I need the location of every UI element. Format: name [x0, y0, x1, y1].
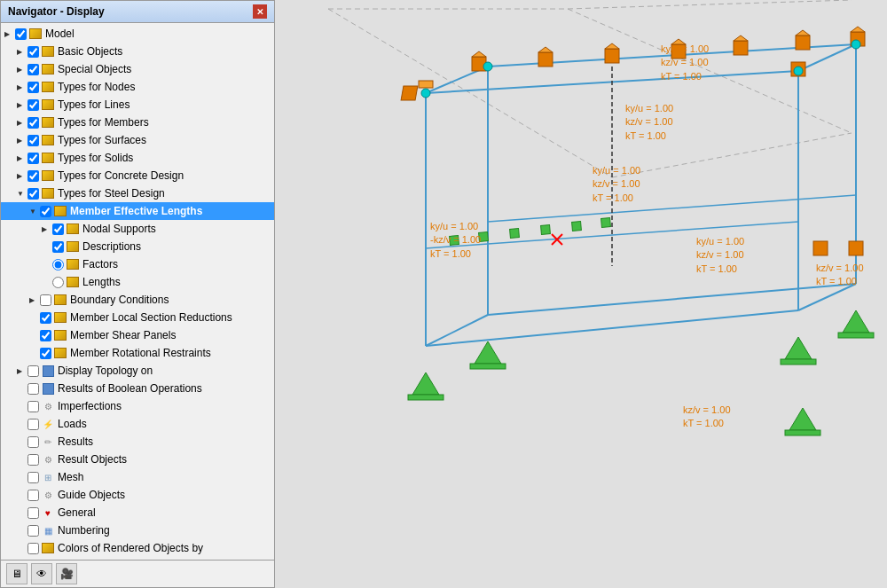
tree-expander-types-for-concrete-design[interactable]: ▶ [17, 172, 27, 180]
tree-expander-types-for-steel-design[interactable]: ▼ [17, 190, 27, 198]
tree-item-descriptions[interactable]: Descriptions [1, 238, 274, 255]
tree-label-types-for-surfaces: Types for Surfaces [58, 134, 146, 146]
tree-checkbox-model[interactable] [15, 28, 27, 40]
tree-icon-results: ✏ [41, 435, 55, 449]
tree-label-types-for-nodes: Types for Nodes [58, 81, 135, 93]
tree-checkbox-types-for-lines[interactable] [27, 99, 39, 111]
tree-icon-types-for-steel-design [41, 186, 55, 200]
tree-checkbox-display-topology-on[interactable] [27, 365, 39, 377]
tree-item-member-local-section-reductions[interactable]: Member Local Section Reductions [1, 309, 274, 326]
tree-label-descriptions: Descriptions [82, 240, 141, 253]
tree-expander-member-effective-lengths[interactable]: ▼ [29, 208, 40, 216]
tree-checkbox-guide-objects[interactable] [27, 490, 39, 501]
tree-item-imperfections[interactable]: ⚙Imperfections [1, 397, 274, 415]
tree-checkbox-types-for-members[interactable] [27, 117, 39, 129]
tree-label-guide-objects: Guide Objects [58, 489, 125, 501]
tree-item-lengths[interactable]: Lengths [1, 273, 274, 291]
tree-item-member-rotational-restraints[interactable]: Member Rotational Restraints [1, 344, 274, 362]
toolbar-monitor-btn[interactable]: 🖥 [6, 563, 27, 584]
tree-icon-types-for-surfaces [41, 133, 55, 147]
tree-checkbox-types-for-solids[interactable] [27, 153, 39, 164]
tree-expander-types-for-members[interactable]: ▶ [17, 119, 27, 127]
tree-item-loads[interactable]: ⚡Loads [1, 415, 274, 433]
tree-checkbox-results[interactable] [27, 436, 39, 448]
tree-item-types-for-nodes[interactable]: ▶Types for Nodes [1, 78, 274, 96]
tree-checkbox-nodal-supports[interactable] [52, 223, 64, 235]
tree-item-basic-objects[interactable]: ▶Basic Objects [1, 43, 274, 60]
tree-checkbox-boundary-conditions[interactable] [40, 294, 51, 306]
tree-icon-types-for-concrete-design [41, 169, 55, 183]
tree-radio-factors[interactable] [52, 259, 64, 270]
toolbar-camera-btn[interactable]: 🎥 [56, 563, 77, 584]
tree-item-results[interactable]: ✏Results [1, 433, 274, 451]
tree-item-colors-of-rendered-objects[interactable]: Colors of Rendered Objects by [1, 539, 274, 557]
tree-item-member-effective-lengths[interactable]: ▼Member Effective Lengths [1, 202, 274, 220]
tree-checkbox-types-for-steel-design[interactable] [27, 188, 39, 200]
tree-icon-nodal-supports [66, 222, 80, 236]
tree-checkbox-imperfections[interactable] [27, 401, 39, 412]
tree-checkbox-types-for-concrete-design[interactable] [27, 170, 39, 182]
tree-checkbox-result-objects[interactable] [27, 454, 39, 466]
tree-item-types-for-steel-design[interactable]: ▼Types for Steel Design [1, 184, 274, 202]
tree-item-member-shear-panels[interactable]: Member Shear Panels [1, 326, 274, 344]
tree-item-factors[interactable]: Factors [1, 255, 274, 273]
tree-expander-nodal-supports[interactable]: ▶ [42, 225, 52, 233]
panel-title: Navigator - Display [8, 5, 105, 18]
tree-item-display-topology-on[interactable]: ▶Display Topology on [1, 362, 274, 380]
tree-item-types-for-solids[interactable]: ▶Types for Solids [1, 149, 274, 167]
tree-checkbox-colors-of-rendered-objects[interactable] [27, 543, 39, 554]
tree-item-types-for-surfaces[interactable]: ▶Types for Surfaces [1, 131, 274, 149]
tree-checkbox-special-objects[interactable] [27, 64, 39, 75]
tree-item-numbering[interactable]: ▦Numbering [1, 521, 274, 539]
annotation-left-mid: ky/u = 1.00-kz/v = 1.00kT = 1.00 [430, 220, 481, 261]
tree-expander-special-objects[interactable]: ▶ [17, 66, 27, 74]
annotation-mid-right-2: ky/u = 1.00kz/v = 1.00kT = 1.00 [593, 164, 640, 205]
tree-item-boundary-conditions[interactable]: ▶Boundary Conditions [1, 291, 274, 309]
tree-item-types-for-concrete-design[interactable]: ▶Types for Concrete Design [1, 167, 274, 184]
tree-item-nodal-supports[interactable]: ▶Nodal Supports [1, 220, 274, 238]
tree-expander-types-for-solids[interactable]: ▶ [17, 154, 27, 162]
tree-checkbox-basic-objects[interactable] [27, 46, 39, 58]
tree-label-member-rotational-restraints: Member Rotational Restraints [70, 347, 211, 359]
close-button[interactable]: ✕ [253, 4, 267, 19]
tree-checkbox-member-effective-lengths[interactable] [40, 206, 51, 217]
tree-icon-member-rotational-restraints [53, 346, 67, 360]
svg-point-58 [794, 67, 803, 75]
tree-item-types-for-members[interactable]: ▶Types for Members [1, 114, 274, 131]
tree-icon-types-for-members [41, 115, 55, 129]
tree-checkbox-general[interactable] [27, 507, 39, 519]
svg-rect-31 [470, 364, 506, 369]
tree-item-guide-objects[interactable]: ⚙Guide Objects [1, 486, 274, 504]
toolbar-eye-btn[interactable]: 👁 [31, 563, 52, 584]
tree-item-results-of-boolean-operations[interactable]: Results of Boolean Operations [1, 380, 274, 397]
tree-label-imperfections: Imperfections [58, 400, 122, 412]
tree-item-types-for-lines[interactable]: ▶Types for Lines [1, 96, 274, 114]
tree-expander-basic-objects[interactable]: ▶ [17, 48, 27, 56]
tree-item-special-objects[interactable]: ▶Special Objects [1, 60, 274, 78]
tree-expander-boundary-conditions[interactable]: ▶ [29, 296, 40, 304]
tree-checkbox-types-for-surfaces[interactable] [27, 135, 39, 146]
tree-expander-display-topology-on[interactable]: ▶ [17, 367, 27, 375]
tree-checkbox-numbering[interactable] [27, 525, 39, 537]
tree-expander-types-for-lines[interactable]: ▶ [17, 101, 27, 109]
tree-icon-general: ♥ [41, 506, 55, 520]
tree-checkbox-mesh[interactable] [27, 472, 39, 483]
tree-checkbox-descriptions[interactable] [52, 241, 64, 253]
tree-checkbox-member-local-section-reductions[interactable] [40, 312, 51, 324]
tree-item-model[interactable]: ▶Model [1, 25, 274, 43]
tree-expander-types-for-surfaces[interactable]: ▶ [17, 137, 27, 145]
tree-item-mesh[interactable]: ⊞Mesh [1, 468, 274, 486]
tree-checkbox-loads[interactable] [27, 419, 39, 430]
svg-rect-29 [785, 430, 820, 435]
tree-expander-types-for-nodes[interactable]: ▶ [17, 83, 27, 91]
tree-checkbox-member-shear-panels[interactable] [40, 330, 51, 341]
tree-expander-model[interactable]: ▶ [4, 30, 15, 38]
tree-label-types-for-members: Types for Members [58, 116, 149, 129]
tree-item-general[interactable]: ♥General [1, 504, 274, 521]
svg-rect-36 [538, 52, 553, 67]
tree-item-result-objects[interactable]: ⚙Result Objects [1, 451, 274, 468]
tree-checkbox-member-rotational-restraints[interactable] [40, 348, 51, 359]
tree-radio-lengths[interactable] [52, 277, 64, 288]
tree-checkbox-types-for-nodes[interactable] [27, 82, 39, 93]
tree-checkbox-results-of-boolean-operations[interactable] [27, 383, 39, 395]
